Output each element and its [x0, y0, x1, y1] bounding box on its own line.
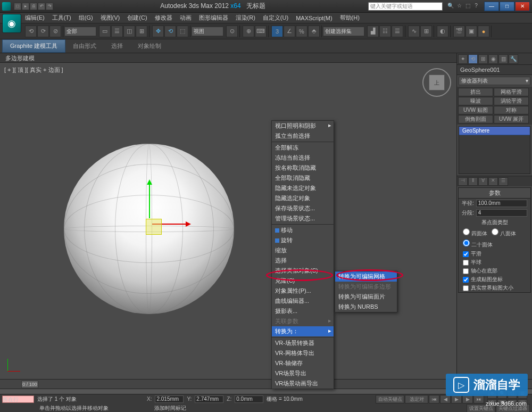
chk-hemi[interactable]: 半球	[459, 258, 530, 267]
ctx-move[interactable]: 移动	[272, 225, 334, 235]
menu-views[interactable]: 视图(V)	[97, 13, 124, 23]
ctx-vrscene[interactable]: VR场景导出	[272, 368, 334, 378]
ribbon-selection[interactable]: 选择	[104, 40, 130, 52]
geosphere-object[interactable]	[64, 144, 234, 314]
autokey-button[interactable]: 自动关键点	[376, 395, 404, 403]
ctx-clone[interactable]: 克隆(C)	[272, 276, 334, 286]
pin-stack-icon[interactable]: ⊣	[458, 177, 468, 186]
menu-maxscript[interactable]: MAXScript(M)	[292, 14, 336, 22]
align-icon[interactable]: ☷	[379, 26, 391, 37]
mod-meshsmooth[interactable]: 网格平滑	[494, 88, 529, 96]
modifier-list[interactable]: 修改器列表	[459, 77, 530, 85]
ctx-isolate[interactable]: 孤立当前选择	[272, 131, 334, 141]
render-setup-icon[interactable]: 🎬	[453, 26, 465, 37]
infocenter-icon[interactable]: 🔍	[447, 3, 454, 10]
ctx-unfreeze[interactable]: 全部解冻	[272, 143, 334, 153]
radio-tetra[interactable]: 四面体	[463, 228, 487, 237]
ctx-select[interactable]: 选择	[272, 256, 334, 266]
layers-icon[interactable]: ☰	[392, 26, 403, 37]
y-input[interactable]: 2.747mm	[195, 395, 223, 403]
mod-symmetry[interactable]: 对称	[494, 106, 529, 114]
close-button[interactable]: ✕	[515, 2, 530, 11]
menu-graph[interactable]: 图形编辑器	[195, 13, 232, 23]
ribbon-freeform[interactable]: 自由形式	[65, 40, 104, 52]
window-crossing-icon[interactable]: ⊞	[136, 26, 147, 37]
curve-editor-icon[interactable]: ∿	[408, 26, 420, 37]
viewcube-face[interactable]: 上	[429, 75, 445, 90]
gizmo-xy-plane[interactable]	[146, 219, 162, 235]
mod-turbosmooth[interactable]: 涡轮平滑	[494, 97, 529, 105]
ctx-managestate[interactable]: 管理场景状态...	[272, 213, 334, 224]
ctx-freeze[interactable]: 冻结当前选择	[272, 153, 334, 163]
unique-icon[interactable]: ∀	[478, 177, 488, 186]
viewcube[interactable]: 上	[422, 68, 451, 97]
ctx-convert[interactable]: 转换为：	[272, 326, 334, 336]
exchange-icon[interactable]: ⬚	[464, 3, 471, 10]
ctx-lighting[interactable]: 视口照明和阴影	[272, 121, 334, 131]
menu-help[interactable]: 帮助(H)	[336, 13, 363, 23]
menu-group[interactable]: 组(G)	[75, 13, 97, 23]
radio-octa[interactable]: 八面体	[492, 228, 516, 237]
utilities-panel-icon[interactable]: 🔧	[509, 54, 518, 64]
ctx-wireparam[interactable]: 关联参数	[272, 316, 334, 326]
subscription-icon[interactable]: ☆	[455, 3, 463, 10]
gizmo-y-axis[interactable]	[149, 181, 150, 218]
chk-base[interactable]: 轴心在底部	[459, 267, 530, 275]
menu-edit[interactable]: 编辑(E)	[21, 13, 48, 23]
ctx-hideunsel[interactable]: 隐藏未选定对象	[272, 183, 334, 193]
qat-undo-icon[interactable]: ↶	[38, 3, 45, 10]
ctx-curveed[interactable]: 曲线编辑器...	[272, 296, 334, 306]
snap-toggle-icon[interactable]: 3	[271, 26, 283, 37]
motion-panel-icon[interactable]: ◉	[488, 54, 498, 64]
menu-create[interactable]: 创建(C)	[123, 13, 151, 23]
remove-mod-icon[interactable]: ✕	[488, 177, 498, 186]
chk-smooth[interactable]: 平滑	[459, 250, 530, 258]
select-region-icon[interactable]: ◫	[123, 26, 135, 37]
ctx-hidesel[interactable]: 隐藏选定对象	[272, 193, 334, 203]
rotate-icon[interactable]: ⟲	[164, 26, 176, 37]
qat-redo-icon[interactable]: ↷	[46, 3, 53, 10]
ctx-objprop[interactable]: 对象属性(P)...	[272, 286, 334, 296]
sub-editable-mesh[interactable]: 转换为可编辑网格	[335, 271, 397, 282]
help-search-input[interactable]: 键入关键字或短语	[368, 2, 443, 11]
rollout-header[interactable]: 参数	[459, 188, 530, 199]
modifier-stack[interactable]: GeoSphere	[459, 126, 530, 174]
qat-open-icon[interactable]: ▸	[22, 3, 29, 10]
percent-snap-icon[interactable]: %	[296, 26, 307, 37]
goto-start-icon[interactable]: ⏮	[429, 395, 439, 403]
object-name[interactable]: GeoSphere001	[457, 65, 532, 75]
link-icon[interactable]: ⟲	[25, 26, 37, 37]
ctx-unhidename[interactable]: 按名称取消隐藏	[272, 163, 334, 173]
help-icon[interactable]: ?	[472, 3, 480, 10]
manipulate-icon[interactable]: ⊕	[243, 26, 254, 37]
mod-uvwmap[interactable]: UVW 贴图	[458, 106, 493, 114]
mod-bevel[interactable]: 倒角剖面	[458, 115, 493, 123]
create-panel-icon[interactable]: ✦	[458, 54, 468, 64]
menu-modifiers[interactable]: 修改器	[151, 13, 176, 23]
render-icon[interactable]: ●	[478, 26, 489, 37]
script-listener[interactable]: 所在行	[2, 395, 34, 403]
ctx-scale[interactable]: 缩放	[272, 245, 334, 256]
ctx-vrproxy[interactable]: VR-场景转换器	[272, 338, 334, 348]
sub-editable-patch[interactable]: 转换为可编辑面片	[335, 292, 397, 302]
sub-nurbs[interactable]: 转换为 NURBS	[335, 302, 397, 312]
maximize-button[interactable]: □	[500, 2, 514, 11]
minimize-button[interactable]: —	[484, 2, 499, 11]
ref-coord-system[interactable]: 视图	[192, 27, 223, 36]
keyboard-icon[interactable]: ⌨	[255, 26, 267, 37]
unlink-icon[interactable]: ⟳	[37, 26, 49, 37]
ctx-dopesheet[interactable]: 摄影表...	[272, 306, 334, 316]
mod-noise[interactable]: 噪波	[458, 97, 493, 105]
modify-panel-icon[interactable]: ⟲	[468, 54, 478, 64]
display-panel-icon[interactable]: ▥	[498, 54, 508, 64]
radio-icosa[interactable]: 二十面体	[463, 240, 493, 249]
render-frame-icon[interactable]: ▣	[466, 26, 477, 37]
ctx-savestate[interactable]: 保存场景状态...	[272, 203, 334, 213]
mirror-icon[interactable]: ▟	[367, 26, 379, 37]
time-slider-thumb[interactable]: 0 / 100	[21, 381, 38, 388]
viewport[interactable]: [ + ][ 顶 ][ 真实 + 边面 ] 上	[0, 64, 456, 379]
ctx-vrmesh[interactable]: VR-网格体导出	[272, 348, 334, 358]
chk-realuv[interactable]: 真实世界贴图大小	[459, 284, 530, 292]
show-end-icon[interactable]: Ⅱ	[468, 177, 478, 186]
scale-icon[interactable]: ⬚	[177, 26, 188, 37]
